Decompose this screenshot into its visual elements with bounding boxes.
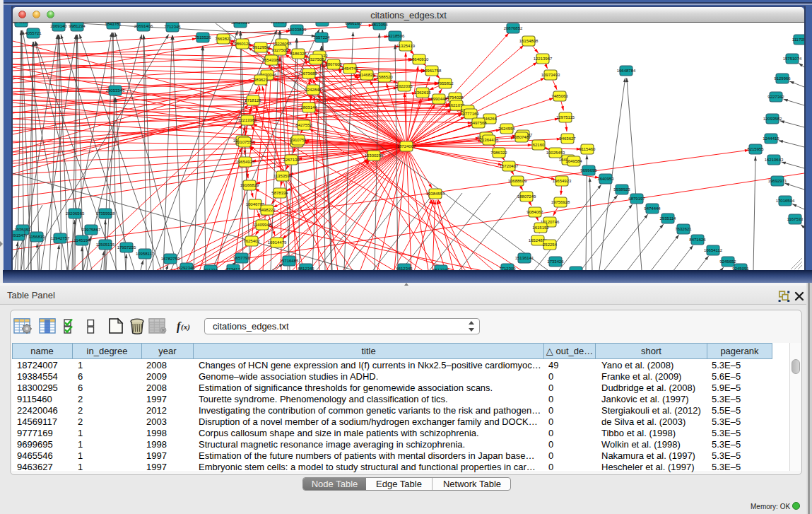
svg-text:1244415: 1244415 — [763, 136, 779, 141]
svg-text:7632621: 7632621 — [675, 227, 692, 231]
svg-text:9981234: 9981234 — [69, 24, 86, 28]
svg-text:18437819: 18437819 — [231, 23, 250, 25]
svg-text:19654925: 19654925 — [236, 160, 255, 164]
svg-text:9327508: 9327508 — [307, 57, 324, 62]
svg-text:6612345: 6612345 — [396, 267, 413, 270]
svg-text:773412: 773412 — [226, 267, 241, 270]
svg-text:10973493: 10973493 — [541, 73, 560, 77]
svg-text:10654112: 10654112 — [704, 248, 723, 252]
svg-text:16648784: 16648784 — [617, 69, 636, 73]
svg-text:12093582: 12093582 — [763, 117, 782, 121]
svg-text:3624554: 3624554 — [498, 127, 515, 131]
svg-text:5938923: 5938923 — [613, 187, 630, 192]
svg-text:7986322: 7986322 — [490, 151, 507, 155]
svg-text:4055721: 4055721 — [25, 31, 42, 35]
svg-text:5498222: 5498222 — [259, 208, 276, 212]
svg-text:7625402: 7625402 — [243, 239, 260, 243]
svg-text:16154808: 16154808 — [519, 39, 539, 43]
svg-text:1843781: 1843781 — [105, 23, 122, 26]
svg-text:7515526: 7515526 — [194, 35, 211, 40]
svg-text:19756928: 19756928 — [551, 200, 570, 204]
svg-text:16782759: 16782759 — [161, 257, 180, 261]
svg-text:11325419: 11325419 — [396, 44, 416, 48]
svg-text:19166829: 19166829 — [240, 183, 259, 187]
svg-text:18807249: 18807249 — [517, 194, 536, 199]
svg-text:10807487: 10807487 — [512, 135, 531, 139]
svg-text:1292346: 1292346 — [178, 266, 195, 270]
svg-text:6497568: 6497568 — [470, 121, 487, 125]
svg-text:10958117: 10958117 — [136, 252, 155, 256]
svg-text:15300295: 15300295 — [365, 153, 384, 158]
svg-text:9474444: 9474444 — [644, 206, 661, 211]
svg-text:15716485: 15716485 — [280, 259, 299, 263]
svg-text:18724007: 18724007 — [397, 144, 416, 148]
svg-text:9245091: 9245091 — [732, 267, 749, 270]
svg-text:8471626: 8471626 — [689, 238, 706, 242]
svg-text:18640910: 18640910 — [410, 57, 429, 62]
svg-text:989621: 989621 — [254, 78, 269, 82]
svg-text:12505135: 12505135 — [96, 243, 115, 247]
svg-text:1910751: 1910751 — [290, 138, 307, 142]
svg-text:1362615: 1362615 — [414, 90, 431, 95]
svg-text:10653267: 10653267 — [271, 23, 290, 24]
svg-text:8990448: 8990448 — [430, 97, 447, 101]
svg-text:7485063: 7485063 — [551, 94, 568, 98]
svg-text:8215955: 8215955 — [747, 147, 764, 151]
svg-text:19218506: 19218506 — [386, 34, 405, 38]
svg-text:3267130: 3267130 — [283, 158, 300, 162]
svg-text:2867608: 2867608 — [325, 62, 342, 66]
svg-text:19692971: 19692971 — [768, 179, 787, 183]
svg-text:9084067: 9084067 — [526, 210, 543, 214]
svg-text:7712309: 7712309 — [499, 267, 516, 270]
svg-text:8912954: 8912954 — [252, 45, 269, 49]
svg-text:16543382: 16543382 — [262, 58, 281, 62]
svg-text:1167533: 1167533 — [787, 217, 804, 221]
svg-text:12942757: 12942757 — [51, 236, 70, 240]
svg-text:10961758: 10961758 — [423, 69, 442, 73]
svg-text:29053346: 29053346 — [106, 88, 125, 93]
svg-text:20691406: 20691406 — [134, 24, 153, 28]
svg-text:6879197: 6879197 — [628, 197, 645, 201]
svg-text:15278602: 15278602 — [313, 23, 332, 23]
svg-text:19384554: 19384554 — [426, 192, 445, 196]
svg-text:62160: 62160 — [533, 143, 545, 147]
svg-text:2069140: 2069140 — [50, 24, 67, 28]
svg-text:16914479: 16914479 — [268, 240, 287, 245]
svg-text:2935114: 2935114 — [660, 216, 677, 221]
svg-text:23975867: 23975867 — [82, 228, 101, 232]
svg-text:1733426: 1733426 — [547, 259, 564, 264]
svg-text:252254: 252254 — [543, 243, 558, 247]
svg-text:9860124: 9860124 — [234, 42, 251, 46]
svg-text:15720407: 15720407 — [500, 164, 519, 168]
svg-text:9245652: 9245652 — [719, 259, 736, 264]
svg-text:3673685: 3673685 — [300, 71, 317, 76]
svg-text:7712345: 7712345 — [164, 25, 181, 29]
svg-text:15136141: 15136141 — [515, 256, 534, 260]
svg-text:12213967: 12213967 — [534, 57, 553, 61]
svg-text:10033809: 10033809 — [288, 28, 307, 32]
svg-text:11409948: 11409948 — [253, 223, 272, 227]
svg-text:9146821: 9146821 — [358, 73, 375, 77]
svg-text:20206565: 20206565 — [66, 211, 85, 216]
svg-text:10107552: 10107552 — [235, 140, 254, 144]
svg-text:9912345: 9912345 — [567, 269, 584, 270]
svg-text:5878334: 5878334 — [271, 191, 288, 195]
svg-text:8427552: 8427552 — [295, 123, 312, 127]
svg-text:12975115: 12975115 — [556, 115, 575, 119]
svg-text:391547: 391547 — [13, 233, 26, 238]
svg-text:9327500: 9327500 — [271, 48, 288, 52]
svg-text:17359928: 17359928 — [96, 211, 115, 216]
svg-text:17957255: 17957255 — [117, 245, 136, 250]
svg-text:5512349: 5512349 — [433, 268, 449, 270]
svg-text:2803144: 2803144 — [300, 105, 317, 110]
svg-text:1615152: 1615152 — [532, 226, 549, 230]
svg-text:1156819: 1156819 — [29, 235, 46, 239]
svg-text:17016504: 17016504 — [776, 199, 795, 203]
svg-text:15751074: 15751074 — [783, 57, 802, 61]
svg-text:8186328: 8186328 — [290, 52, 307, 56]
svg-text:1117052: 1117052 — [792, 37, 804, 42]
svg-text:8454749: 8454749 — [341, 66, 358, 71]
svg-text:1840557: 1840557 — [13, 23, 30, 24]
svg-text:9463627: 9463627 — [559, 136, 576, 141]
svg-text:7955812: 7955812 — [437, 81, 454, 86]
